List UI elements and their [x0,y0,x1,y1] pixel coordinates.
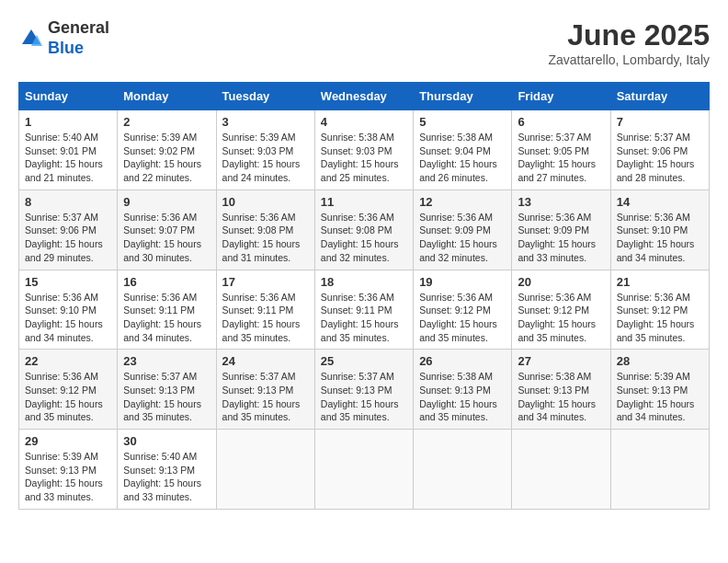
calendar-table: SundayMondayTuesdayWednesdayThursdayFrid… [18,82,710,510]
day-number: 17 [222,275,309,289]
day-detail: Sunrise: 5:36 AMSunset: 9:12 PMDaylight:… [419,291,506,345]
logo: General Blue [18,18,109,58]
week-row-5: 29Sunrise: 5:39 AMSunset: 9:13 PMDayligh… [19,430,710,510]
col-header-wednesday: Wednesday [314,83,413,110]
calendar-cell: 24Sunrise: 5:37 AMSunset: 9:13 PMDayligh… [216,350,314,430]
calendar-cell: 14Sunrise: 5:36 AMSunset: 9:10 PMDayligh… [610,190,709,270]
day-detail: Sunrise: 5:36 AMSunset: 9:09 PMDaylight:… [518,211,604,265]
calendar-cell: 28Sunrise: 5:39 AMSunset: 9:13 PMDayligh… [610,350,709,430]
calendar-cell [314,430,413,510]
day-detail: Sunrise: 5:37 AMSunset: 9:13 PMDaylight:… [222,370,309,424]
day-detail: Sunrise: 5:39 AMSunset: 9:03 PMDaylight:… [222,131,309,185]
location-subtitle: Zavattarello, Lombardy, Italy [548,52,710,67]
day-detail: Sunrise: 5:38 AMSunset: 9:13 PMDaylight:… [518,370,604,424]
calendar-cell: 15Sunrise: 5:36 AMSunset: 9:10 PMDayligh… [19,270,118,350]
day-detail: Sunrise: 5:39 AMSunset: 9:13 PMDaylight:… [617,370,703,424]
calendar-cell: 23Sunrise: 5:37 AMSunset: 9:13 PMDayligh… [118,350,216,430]
day-number: 5 [419,115,506,129]
day-number: 7 [617,115,703,129]
calendar-cell: 26Sunrise: 5:38 AMSunset: 9:13 PMDayligh… [414,350,512,430]
calendar-cell [512,430,610,510]
day-detail: Sunrise: 5:40 AMSunset: 9:01 PMDaylight:… [25,131,111,185]
day-detail: Sunrise: 5:36 AMSunset: 9:08 PMDaylight:… [222,211,309,265]
day-number: 30 [123,434,210,448]
calendar-cell: 19Sunrise: 5:36 AMSunset: 9:12 PMDayligh… [414,270,512,350]
day-detail: Sunrise: 5:36 AMSunset: 9:12 PMDaylight:… [25,370,111,424]
day-number: 22 [25,354,111,368]
calendar-cell [414,430,512,510]
calendar-cell: 18Sunrise: 5:36 AMSunset: 9:11 PMDayligh… [314,270,413,350]
calendar-cell: 2Sunrise: 5:39 AMSunset: 9:02 PMDaylight… [118,110,216,190]
day-detail: Sunrise: 5:37 AMSunset: 9:05 PMDaylight:… [518,131,604,185]
col-header-thursday: Thursday [414,83,512,110]
day-number: 15 [25,275,111,289]
day-detail: Sunrise: 5:38 AMSunset: 9:13 PMDaylight:… [419,370,506,424]
day-number: 27 [518,354,604,368]
col-header-monday: Monday [118,83,216,110]
day-detail: Sunrise: 5:37 AMSunset: 9:13 PMDaylight:… [321,370,407,424]
day-detail: Sunrise: 5:40 AMSunset: 9:13 PMDaylight:… [123,450,210,504]
calendar-cell: 10Sunrise: 5:36 AMSunset: 9:08 PMDayligh… [216,190,314,270]
calendar-cell: 11Sunrise: 5:36 AMSunset: 9:08 PMDayligh… [314,190,413,270]
calendar-cell: 21Sunrise: 5:36 AMSunset: 9:12 PMDayligh… [610,270,709,350]
day-number: 14 [617,195,703,209]
day-detail: Sunrise: 5:36 AMSunset: 9:12 PMDaylight:… [518,291,604,345]
day-detail: Sunrise: 5:38 AMSunset: 9:03 PMDaylight:… [321,131,407,185]
day-number: 1 [25,115,111,129]
day-detail: Sunrise: 5:39 AMSunset: 9:13 PMDaylight:… [25,450,111,504]
calendar-cell: 16Sunrise: 5:36 AMSunset: 9:11 PMDayligh… [118,270,216,350]
day-number: 24 [222,354,309,368]
day-detail: Sunrise: 5:36 AMSunset: 9:10 PMDaylight:… [617,211,703,265]
day-detail: Sunrise: 5:36 AMSunset: 9:09 PMDaylight:… [419,211,506,265]
calendar-cell: 30Sunrise: 5:40 AMSunset: 9:13 PMDayligh… [118,430,216,510]
day-detail: Sunrise: 5:36 AMSunset: 9:12 PMDaylight:… [617,291,703,345]
day-detail: Sunrise: 5:36 AMSunset: 9:07 PMDaylight:… [123,211,210,265]
day-number: 12 [419,195,506,209]
day-detail: Sunrise: 5:36 AMSunset: 9:08 PMDaylight:… [321,211,407,265]
week-row-2: 8Sunrise: 5:37 AMSunset: 9:06 PMDaylight… [19,190,710,270]
calendar-cell: 8Sunrise: 5:37 AMSunset: 9:06 PMDaylight… [19,190,118,270]
calendar-cell: 7Sunrise: 5:37 AMSunset: 9:06 PMDaylight… [610,110,709,190]
col-header-tuesday: Tuesday [216,83,314,110]
day-number: 21 [617,275,703,289]
day-detail: Sunrise: 5:36 AMSunset: 9:11 PMDaylight:… [222,291,309,345]
day-number: 18 [321,275,407,289]
calendar-cell: 20Sunrise: 5:36 AMSunset: 9:12 PMDayligh… [512,270,610,350]
day-number: 23 [123,354,210,368]
calendar-cell: 17Sunrise: 5:36 AMSunset: 9:11 PMDayligh… [216,270,314,350]
week-row-3: 15Sunrise: 5:36 AMSunset: 9:10 PMDayligh… [19,270,710,350]
calendar-cell: 12Sunrise: 5:36 AMSunset: 9:09 PMDayligh… [414,190,512,270]
day-number: 19 [419,275,506,289]
logo-icon [18,26,44,52]
day-number: 25 [321,354,407,368]
day-detail: Sunrise: 5:36 AMSunset: 9:11 PMDaylight:… [123,291,210,345]
day-number: 4 [321,115,407,129]
col-header-friday: Friday [512,83,610,110]
day-number: 13 [518,195,604,209]
calendar-cell: 1Sunrise: 5:40 AMSunset: 9:01 PMDaylight… [19,110,118,190]
calendar-cell: 13Sunrise: 5:36 AMSunset: 9:09 PMDayligh… [512,190,610,270]
calendar-header-row: SundayMondayTuesdayWednesdayThursdayFrid… [19,83,710,110]
calendar-cell: 3Sunrise: 5:39 AMSunset: 9:03 PMDaylight… [216,110,314,190]
calendar-cell: 25Sunrise: 5:37 AMSunset: 9:13 PMDayligh… [314,350,413,430]
day-detail: Sunrise: 5:38 AMSunset: 9:04 PMDaylight:… [419,131,506,185]
day-detail: Sunrise: 5:37 AMSunset: 9:06 PMDaylight:… [25,211,111,265]
week-row-4: 22Sunrise: 5:36 AMSunset: 9:12 PMDayligh… [19,350,710,430]
calendar-cell [216,430,314,510]
calendar-cell: 9Sunrise: 5:36 AMSunset: 9:07 PMDaylight… [118,190,216,270]
week-row-1: 1Sunrise: 5:40 AMSunset: 9:01 PMDaylight… [19,110,710,190]
day-number: 20 [518,275,604,289]
day-number: 3 [222,115,309,129]
day-number: 16 [123,275,210,289]
day-detail: Sunrise: 5:36 AMSunset: 9:10 PMDaylight:… [25,291,111,345]
day-detail: Sunrise: 5:37 AMSunset: 9:06 PMDaylight:… [617,131,703,185]
day-number: 28 [617,354,703,368]
day-detail: Sunrise: 5:39 AMSunset: 9:02 PMDaylight:… [123,131,210,185]
month-title: June 2025 [548,18,710,52]
day-number: 6 [518,115,604,129]
logo-blue: Blue [48,39,109,59]
day-number: 29 [25,434,111,448]
calendar-cell: 5Sunrise: 5:38 AMSunset: 9:04 PMDaylight… [414,110,512,190]
calendar-cell: 29Sunrise: 5:39 AMSunset: 9:13 PMDayligh… [19,430,118,510]
day-detail: Sunrise: 5:37 AMSunset: 9:13 PMDaylight:… [123,370,210,424]
